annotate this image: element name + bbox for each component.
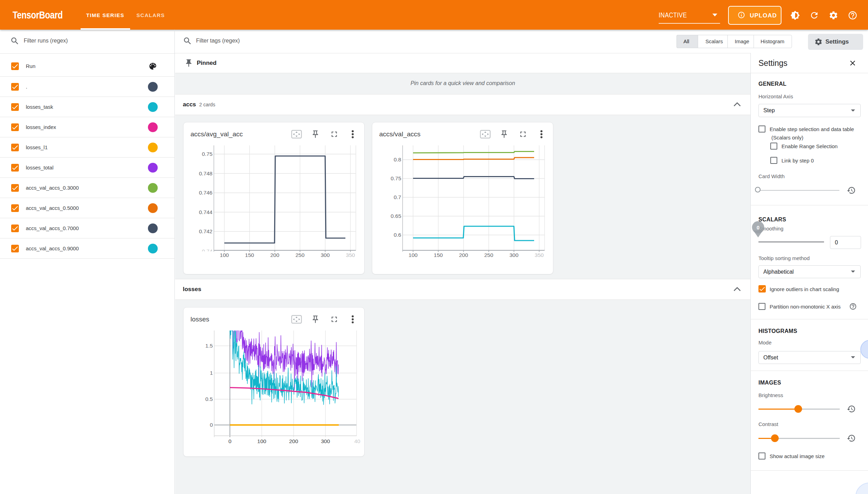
- svg-text:150: 150: [434, 252, 443, 258]
- svg-text:40: 40: [354, 438, 360, 444]
- svg-text:200: 200: [289, 438, 298, 444]
- svg-text:0: 0: [229, 438, 232, 444]
- svg-text:0.742: 0.742: [199, 228, 212, 234]
- svg-text:1.5: 1.5: [205, 343, 213, 349]
- svg-text:100: 100: [220, 252, 229, 258]
- svg-text:0.6: 0.6: [394, 232, 401, 238]
- svg-text:0.746: 0.746: [199, 190, 212, 196]
- svg-text:350: 350: [346, 252, 355, 258]
- svg-text:0.748: 0.748: [199, 170, 212, 176]
- svg-text:250: 250: [295, 252, 305, 258]
- svg-text:150: 150: [245, 252, 254, 258]
- svg-text:0: 0: [757, 225, 760, 230]
- svg-text:0.5: 0.5: [205, 396, 213, 402]
- svg-text:0.744: 0.744: [199, 209, 212, 215]
- svg-text:100: 100: [257, 438, 266, 444]
- svg-text:100: 100: [409, 252, 418, 258]
- svg-text:300: 300: [509, 252, 518, 258]
- svg-text:300: 300: [321, 252, 330, 258]
- svg-text:200: 200: [270, 252, 279, 258]
- svg-text:0: 0: [210, 422, 213, 428]
- svg-text:250: 250: [484, 252, 493, 258]
- svg-text:0.75: 0.75: [202, 151, 212, 157]
- svg-text:200: 200: [459, 252, 468, 258]
- svg-text:350: 350: [535, 252, 544, 258]
- svg-text:0.8: 0.8: [394, 157, 401, 162]
- svg-text:0.65: 0.65: [391, 213, 401, 219]
- svg-text:0.7: 0.7: [394, 194, 401, 200]
- svg-text:0.75: 0.75: [391, 175, 401, 181]
- svg-text:1: 1: [210, 370, 213, 376]
- svg-text:300: 300: [321, 438, 330, 444]
